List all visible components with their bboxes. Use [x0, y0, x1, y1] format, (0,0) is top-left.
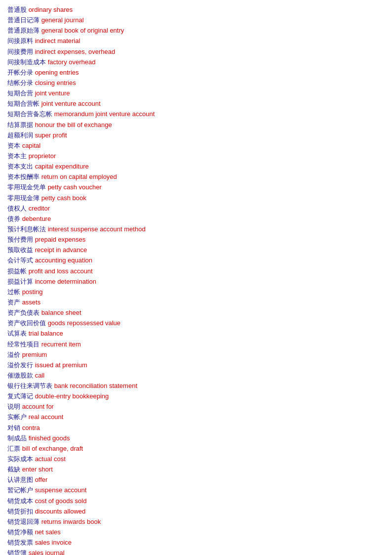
chinese-term: 资本投酬率 [7, 173, 39, 180]
english-term: general journal [41, 16, 84, 24]
chinese-term: 零用现金凭单 [7, 183, 46, 191]
chinese-term: 间接原料 [7, 37, 33, 44]
list-item: 普通日记薄 general journal [7, 15, 385, 25]
list-item: 损益计算 income determination [7, 277, 385, 287]
list-item: 银行往来调节表 bank reconciliation statement [7, 381, 385, 391]
list-item: 零用现金簿 petty cash book [7, 193, 385, 203]
chinese-term: 预计利息帐法 [7, 225, 46, 233]
list-item: 间接制造成本 factory overhead [7, 57, 385, 67]
chinese-term: 预付费用 [7, 236, 33, 243]
chinese-term: 实帐户 [7, 413, 27, 421]
list-item: 结算票据 honour the bill of exchange [7, 120, 385, 130]
chinese-term: 实际成本 [7, 455, 33, 463]
english-term: petty cash book [41, 194, 86, 202]
english-term: interest suspense account method [48, 225, 146, 233]
english-term: trial balance [29, 330, 63, 337]
english-term: balance sheet [41, 309, 81, 316]
chinese-term: 零用现金簿 [7, 194, 39, 202]
list-item: 普通股 ordinary shares [7, 5, 385, 15]
english-term: offer [35, 476, 48, 483]
chinese-term: 短期合营帐 [7, 100, 39, 107]
english-term: factory overhead [48, 58, 96, 66]
list-item: 溢价发行 issued at premium [7, 360, 385, 370]
chinese-term: 资本支出 [7, 163, 33, 170]
english-term: general book of original entry [41, 27, 124, 34]
english-term: posting [22, 288, 43, 296]
english-term: call [35, 372, 45, 379]
list-item: 对销 contra [7, 423, 385, 433]
list-item: 资产收回价值 goods repossessed value [7, 318, 385, 328]
list-item: 销货净额 net sales [7, 527, 385, 537]
list-item: 溢价 premium [7, 350, 385, 360]
chinese-term: 损益计算 [7, 278, 33, 285]
english-term: premium [22, 351, 47, 358]
chinese-term: 认讲意图 [7, 476, 33, 483]
chinese-term: 资本 [7, 142, 20, 149]
list-item: 说明 account for [7, 402, 385, 412]
list-item: 资本 capital [7, 141, 385, 151]
list-item: 资产 assets [7, 298, 385, 307]
list-item: 汇票 bill of exchange, draft [7, 444, 385, 454]
chinese-term: 普通股 [7, 6, 27, 13]
english-term: return on capital employed [41, 173, 117, 180]
list-item: 经常性项目 recurrent item [7, 340, 385, 349]
english-term: closing entries [35, 79, 76, 86]
english-term: sales journal [29, 549, 65, 555]
list-item: 间接费用 indirect expenses, overhead [7, 47, 385, 57]
chinese-term: 销货净额 [7, 528, 33, 536]
chinese-term: 债权人 [7, 205, 27, 212]
english-term: account for [22, 403, 54, 410]
list-item: 短期合营帐 joint venture account [7, 99, 385, 109]
chinese-term: 截缺 [7, 466, 20, 473]
english-term: suspense account [35, 486, 87, 494]
list-item: 资本支出 capital expenditure [7, 162, 385, 171]
list-item: 开帐分录 opening entries [7, 68, 385, 78]
chinese-term: 损益帐 [7, 267, 27, 275]
list-item: 普通原始薄 general book of original entry [7, 26, 385, 36]
chinese-term: 银行往来调节表 [7, 382, 52, 389]
chinese-term: 短期合营 [7, 89, 33, 97]
english-term: proprietor [29, 152, 56, 160]
list-item: 截缺 enter short [7, 465, 385, 474]
english-term: enter short [22, 466, 53, 473]
list-item: 债券 debenture [7, 214, 385, 224]
chinese-term: 结算票据 [7, 121, 33, 128]
list-item: 实帐户 real account [7, 412, 385, 422]
english-term: capital [22, 142, 41, 149]
english-term: recurrent item [41, 341, 81, 348]
english-term: double-entry bookkeeping [35, 392, 109, 400]
chinese-term: 会计等式 [7, 256, 33, 264]
chinese-term: 催缴股款 [7, 372, 33, 379]
chinese-term: 销货发票 [7, 539, 33, 546]
list-item: 销货退回薄 returns inwards book [7, 517, 385, 527]
chinese-term: 资产收回价值 [7, 319, 46, 327]
chinese-term: 制成品 [7, 434, 27, 442]
english-term: actual cost [35, 455, 66, 463]
chinese-term: 资产 [7, 299, 20, 306]
english-term: petty cash voucher [48, 183, 102, 191]
english-term: super profit [35, 131, 67, 139]
chinese-term: 溢价 [7, 351, 20, 358]
english-term: accounting equation [35, 256, 92, 264]
english-term: bill of exchange, draft [22, 445, 83, 452]
chinese-term: 短期合营备忘帐 [7, 110, 52, 118]
chinese-term: 间接制造成本 [7, 58, 46, 66]
english-term: returns inwards book [41, 518, 101, 525]
chinese-term: 开帐分录 [7, 69, 33, 76]
english-term: profit and loss account [29, 267, 93, 275]
list-item: 过帐 posting [7, 287, 385, 297]
chinese-term: 复式薄记 [7, 392, 33, 400]
chinese-term: 试算表 [7, 330, 27, 337]
chinese-term: 间接费用 [7, 48, 33, 55]
list-item: 复式薄记 double-entry bookkeeping [7, 391, 385, 401]
list-item: 结帐分录 closing entries [7, 78, 385, 88]
chinese-term: 普通原始薄 [7, 27, 39, 34]
english-term: discounts allowed [35, 508, 86, 515]
list-item: 销货折扣 discounts allowed [7, 507, 385, 516]
english-term: cost of goods sold [35, 497, 87, 505]
english-term: memorandum joint venture account [54, 110, 155, 118]
chinese-term: 销货折扣 [7, 508, 33, 515]
list-item: 超额利润 super profit [7, 130, 385, 140]
chinese-term: 结帐分录 [7, 79, 33, 86]
english-term: creditor [29, 205, 50, 212]
